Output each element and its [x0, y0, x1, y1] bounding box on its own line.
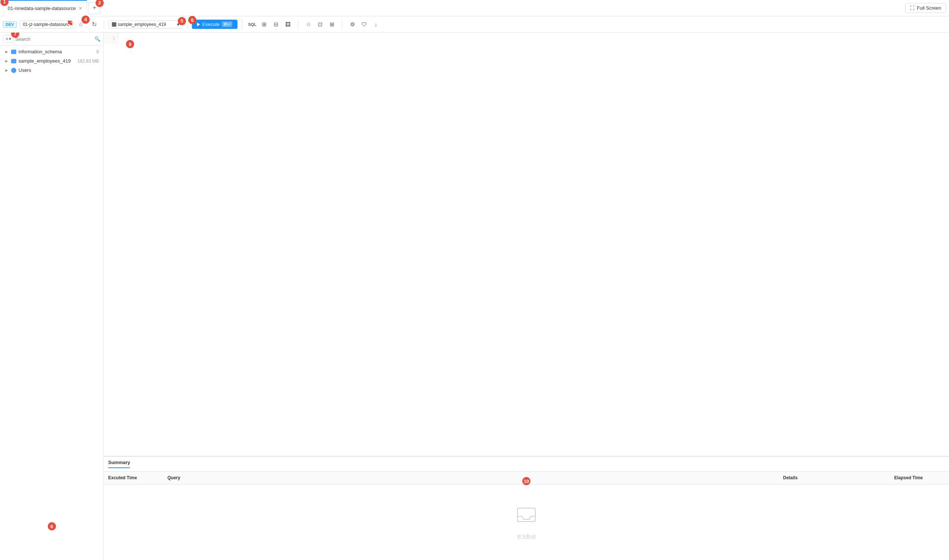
annotation-1: 1	[0, 0, 9, 6]
schema-selector[interactable]: sample_employees_419 ▾ 5	[109, 20, 183, 29]
settings-button[interactable]: ⚙	[347, 19, 358, 30]
summary-header: Summary	[104, 457, 949, 471]
app-container: 01-ninedata-sample-datasource × 1 + 2 ⛶ …	[0, 0, 949, 560]
star2-button[interactable]: ☆	[303, 19, 314, 30]
summary-title: Summary	[108, 460, 130, 468]
tree-size-1: 162.83 MB	[77, 58, 99, 64]
env-badge: DEV	[3, 21, 17, 28]
tree-label-3: Users	[18, 68, 99, 73]
empty-icon	[515, 505, 537, 531]
editor-container[interactable]: 1 9	[104, 32, 949, 456]
star-icon: ☆	[78, 21, 83, 28]
top-bar: 01-ninedata-sample-datasource × 1 + 2 ⛶ …	[0, 0, 949, 16]
tree-arrow-1: ▶	[5, 50, 9, 54]
toolbar-icons: SQL ⊞ ⊟ 🖼	[247, 19, 293, 30]
summary-col-details: Details	[778, 474, 890, 482]
summary-col-elapsed: Elapsed Time	[890, 474, 949, 482]
db-icon-1	[11, 50, 16, 54]
grid-button[interactable]: ⊟	[271, 19, 281, 30]
image-button[interactable]: 🖼	[282, 19, 293, 30]
tree-count-1: 0	[96, 49, 99, 54]
fullscreen-button[interactable]: ⛶ Full Screen	[905, 3, 946, 13]
table-icon-button[interactable]: ⊞	[258, 19, 270, 30]
sql-button[interactable]: SQL	[247, 19, 258, 30]
separator-1	[104, 20, 104, 29]
schema-chevron-icon: ▾	[177, 22, 179, 27]
separator-2	[187, 20, 188, 29]
tab-label: 01-ninedata-sample-datasource	[8, 6, 76, 11]
second-bar: DEV 01-jz-sample-datasourc 3 ☆ 4 ↻ sampl…	[0, 16, 949, 32]
execute-button[interactable]: Execute ⌘↵	[192, 20, 237, 29]
separator-3	[242, 20, 242, 29]
refresh-icon: ↻	[92, 21, 97, 28]
tabs-area: 01-ninedata-sample-datasource × 1 + 2	[3, 0, 905, 16]
toolbar-icons-2: ☆ ⊡ ⊞	[303, 19, 337, 30]
star-button[interactable]: ☆ 4	[75, 19, 86, 30]
filter-icon: ≡	[6, 36, 8, 42]
play-icon	[197, 23, 200, 26]
summary-col-time: Excuted Time	[104, 474, 163, 482]
line-numbers: 1	[104, 32, 118, 44]
tree-label-1: information_schema	[18, 49, 94, 54]
tree-label-2: sample_employees_419	[18, 58, 75, 64]
search-icon[interactable]: 🔍	[94, 36, 100, 42]
editor-area: 1 9 Summary Excuted Time Query Details E…	[104, 32, 949, 560]
fullscreen-label: Full Screen	[917, 5, 941, 11]
execute-label: Execute	[202, 22, 220, 27]
refresh-button[interactable]: ↻	[89, 19, 99, 30]
tree-item-users[interactable]: ▶ Users	[0, 66, 103, 75]
annotation-2: 2	[95, 0, 104, 7]
table2-button[interactable]: ⊞	[326, 19, 337, 30]
tab-close-button[interactable]: ×	[79, 6, 82, 11]
fullscreen-icon: ⛶	[910, 5, 915, 11]
tab-add-button[interactable]: + 2	[89, 2, 100, 14]
tree-arrow-3: ▶	[5, 68, 9, 72]
datasource-selector[interactable]: 01-jz-sample-datasourc 3	[20, 20, 72, 29]
empty-state: 10 暂无数据	[104, 485, 949, 560]
bookmark-button[interactable]: ⊡	[314, 19, 326, 30]
summary-col-query: Query	[163, 474, 778, 482]
line-number-1: 1	[104, 35, 115, 41]
search-input[interactable]	[15, 36, 93, 42]
filter-button[interactable]: ≡ ▾	[3, 35, 14, 43]
user-icon-1	[11, 68, 16, 73]
separator-5	[342, 20, 342, 29]
sidebar: ≡ ▾ 🔍 7 ▶ information_schema 0 ▶ s	[0, 32, 104, 560]
empty-text: 暂无数据	[517, 534, 536, 540]
separator-4	[298, 20, 298, 29]
main-content: ≡ ▾ 🔍 7 ▶ information_schema 0 ▶ s	[0, 32, 949, 560]
tree-container: ▶ information_schema 0 ▶ sample_employee…	[0, 46, 103, 560]
summary-panel: Summary Excuted Time Query Details Elaps…	[104, 456, 949, 560]
schema-db-icon	[112, 22, 116, 27]
db-icon-2	[11, 59, 16, 63]
download-button[interactable]: ↓	[371, 19, 381, 30]
tree-item-information-schema[interactable]: ▶ information_schema 0	[0, 47, 103, 56]
search-bar: ≡ ▾ 🔍 7	[0, 32, 103, 46]
shield-button[interactable]: 🛡	[358, 19, 370, 30]
editor-content[interactable]	[118, 32, 949, 456]
summary-table-header: Excuted Time Query Details Elapsed Time	[104, 471, 949, 485]
datasource-label: 01-jz-sample-datasourc	[23, 22, 69, 27]
toolbar-icons-3: ⚙ 🛡 ↓	[347, 19, 381, 30]
tab-item-active[interactable]: 01-ninedata-sample-datasource × 1	[3, 0, 87, 16]
filter-chevron: ▾	[9, 36, 11, 42]
shortcut-label: ⌘↵	[222, 22, 232, 27]
tree-item-sample-employees[interactable]: ▶ sample_employees_419 162.83 MB	[0, 56, 103, 66]
annotation-8: 8	[48, 522, 56, 530]
tree-arrow-2: ▶	[5, 59, 9, 63]
schema-label: sample_employees_419	[118, 22, 166, 27]
